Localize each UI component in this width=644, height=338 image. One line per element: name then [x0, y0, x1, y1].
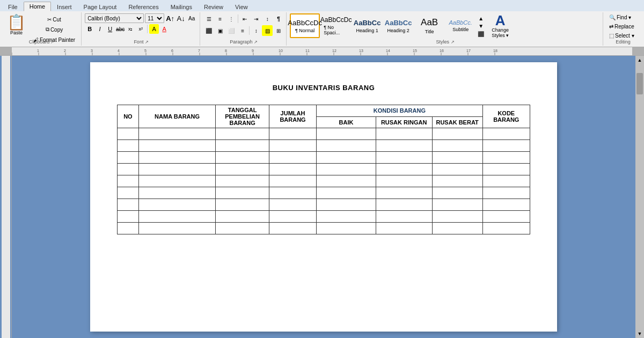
inventory-table: NO NAMA BARANG TANGGAL PEMBELIAN BARANG … [117, 105, 530, 234]
style-title-button[interactable]: AaB Title [414, 13, 444, 38]
paste-button[interactable]: 📋 Paste [4, 13, 28, 37]
paste-label: Paste [10, 30, 23, 35]
col-nama-header: NAMA BARANG [138, 105, 216, 128]
ruler-right-margin [632, 47, 644, 55]
bold-button[interactable]: B [85, 24, 94, 34]
styles-scroll-down[interactable]: ▼ [478, 23, 484, 29]
col-rusak-berat-header: RUSAK BERAT [432, 116, 482, 128]
svg-text:3: 3 [91, 49, 93, 53]
table-row [118, 175, 530, 187]
tab-home[interactable]: Home [24, 2, 51, 11]
svg-text:1: 1 [37, 49, 39, 53]
underline-button[interactable]: U [105, 24, 115, 34]
style-normal-button[interactable]: AaBbCcDc ¶ Normal [290, 13, 320, 38]
para-expand-icon[interactable]: ↗ [254, 40, 258, 45]
col-tanggal-header: TANGGAL PEMBELIAN BARANG [216, 105, 269, 128]
increase-font-button[interactable]: A↑ [165, 13, 175, 23]
numbered-list-button[interactable]: ≡ [215, 13, 225, 24]
font-color-button[interactable]: A [159, 24, 169, 34]
tab-review[interactable]: Review [198, 2, 229, 11]
tab-page-layout[interactable]: Page Layout [78, 2, 123, 11]
copy-icon: ⧉ [46, 26, 49, 33]
vertical-scrollbar[interactable]: ▲ ▼ [635, 56, 644, 338]
styles-expand-icon[interactable]: ↗ [451, 40, 455, 45]
vertical-ruler-inner [2, 56, 10, 338]
style-h2-button[interactable]: AaBbCc Heading 2 [383, 13, 413, 38]
tab-references[interactable]: References [122, 2, 164, 11]
col-baik-header: BAIK [317, 116, 376, 128]
font-size-select[interactable]: 11 [145, 13, 164, 23]
highlight-button[interactable]: A [149, 24, 159, 34]
clipboard-expand-icon[interactable]: ↗ [50, 40, 54, 45]
increase-indent-button[interactable]: ⇥ [251, 13, 261, 24]
select-icon: ⬚ [609, 33, 614, 39]
cut-label: Cut [53, 17, 61, 23]
styles-group: AaBbCcDc ¶ Normal AaBbCcDc ¶ No Spaci...… [288, 12, 603, 46]
styles-scroll-area: ▲ ▼ ⬛ [477, 13, 485, 39]
style-title-label: Title [425, 29, 434, 34]
borders-button[interactable]: ⊞ [273, 25, 284, 36]
replace-icon: ⇄ [609, 24, 613, 30]
italic-button[interactable]: I [95, 24, 105, 34]
change-styles-label: ChangeStyles ▾ [492, 27, 509, 38]
superscript-button[interactable]: x² [136, 24, 145, 34]
change-styles-button[interactable]: A ChangeStyles ▾ [486, 13, 514, 38]
font-expand-icon[interactable]: ↗ [145, 40, 149, 45]
svg-text:14: 14 [386, 49, 390, 53]
tab-file[interactable]: File [2, 2, 24, 11]
styles-scroll-up[interactable]: ▲ [478, 16, 484, 21]
style-subtitle-preview: AaBbCc. [449, 19, 472, 26]
decrease-font-button[interactable]: A↓ [176, 13, 186, 23]
style-h1-preview: AaBbCc [354, 19, 381, 27]
editing-group: 🔍 Find ▾ ⇄ Replace ⬚ Select ▾ Editing [604, 12, 642, 46]
scrollbar-thumb[interactable] [636, 73, 643, 94]
svg-text:10: 10 [279, 49, 283, 53]
svg-text:8: 8 [225, 49, 227, 53]
style-normal-preview: AaBbCcDc [288, 19, 322, 27]
sort-button[interactable]: ↕ [262, 13, 273, 24]
table-header-row1: NO NAMA BARANG TANGGAL PEMBELIAN BARANG … [118, 105, 530, 117]
font-family-select[interactable]: Calibri (Body) [85, 13, 144, 23]
tab-view[interactable]: View [229, 2, 254, 11]
style-subtitle-button[interactable]: AaBbCc. Subtitle [445, 13, 475, 38]
strikethrough-button[interactable]: abc [115, 24, 125, 34]
table-row [118, 223, 530, 234]
tab-mailings[interactable]: Mailings [165, 2, 198, 11]
table-row [118, 187, 530, 199]
shading-button[interactable]: ▨ [262, 25, 273, 36]
document-area: BUKU INVENTARIS BARANG NO NAMA BARANG TA… [12, 56, 635, 338]
table-body [118, 128, 530, 234]
scroll-up-button[interactable]: ▲ [635, 56, 644, 64]
line-spacing-button[interactable]: ↕ [251, 25, 261, 36]
font-divider [147, 25, 148, 33]
ruler-left-margin [0, 47, 12, 55]
col-kondisi-header: KONDISI BARANG [317, 105, 482, 117]
align-left-button[interactable]: ⬛ [203, 25, 214, 36]
svg-text:15: 15 [413, 49, 417, 53]
table-row [118, 140, 530, 152]
styles-more[interactable]: ⬛ [478, 31, 484, 37]
svg-text:7: 7 [198, 49, 200, 53]
justify-button[interactable]: ≡ [237, 25, 248, 36]
show-hide-button[interactable]: ¶ [273, 13, 284, 24]
replace-button[interactable]: ⇄ Replace [606, 23, 639, 31]
multilevel-list-button[interactable]: ⋮ [226, 13, 237, 24]
table-row [118, 128, 530, 140]
col-no-header: NO [118, 105, 139, 128]
style-h1-button[interactable]: AaBbCc Heading 1 [352, 13, 382, 38]
change-case-button[interactable]: Aa [187, 13, 196, 23]
find-button[interactable]: 🔍 Find ▾ [606, 13, 639, 21]
subscript-button[interactable]: x₂ [126, 24, 135, 34]
cut-button[interactable]: ✂ Cut [31, 14, 78, 24]
svg-text:5: 5 [144, 49, 147, 53]
scroll-down-button[interactable]: ▼ [635, 329, 644, 338]
copy-button[interactable]: ⧉ Copy [31, 25, 78, 34]
tab-insert[interactable]: Insert [51, 2, 78, 11]
select-button[interactable]: ⬚ Select ▾ [606, 32, 639, 40]
align-right-button[interactable]: ⬜ [226, 25, 237, 36]
bullet-list-button[interactable]: ☰ [203, 13, 214, 24]
style-nospacing-button[interactable]: AaBbCcDc ¶ No Spaci... [321, 13, 351, 38]
svg-text:18: 18 [493, 49, 497, 53]
decrease-indent-button[interactable]: ⇤ [239, 13, 250, 24]
align-center-button[interactable]: ▣ [215, 25, 225, 36]
